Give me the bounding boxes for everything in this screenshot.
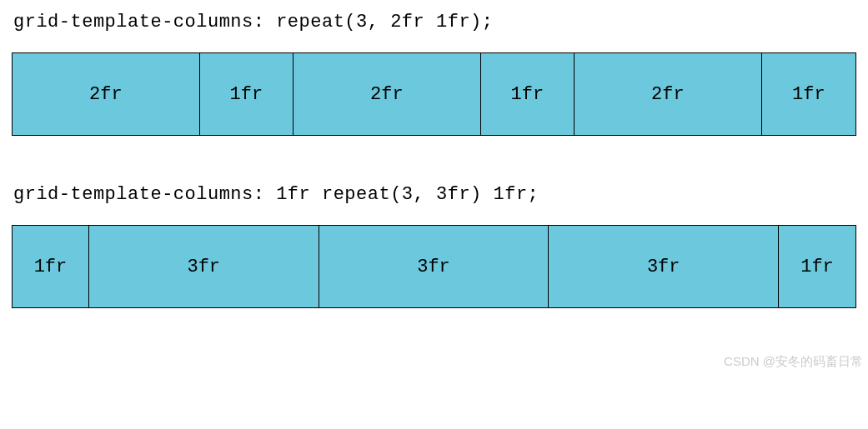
grid-cell: 3fr — [549, 226, 779, 307]
grid-cell: 1fr — [200, 53, 294, 135]
watermark-text: CSDN @安冬的码畜日常 — [724, 354, 863, 370]
grid-cell: 1fr — [779, 226, 855, 307]
grid-diagram-1: 2fr 1fr 2fr 1fr 2fr 1fr — [12, 52, 856, 136]
grid-cell: 3fr — [319, 226, 549, 307]
css-code-example-1: grid-template-columns: repeat(3, 2fr 1fr… — [13, 12, 856, 32]
grid-cell: 1fr — [762, 53, 855, 135]
grid-cell: 2fr — [294, 53, 481, 135]
grid-cell: 1fr — [481, 53, 574, 135]
grid-cell: 2fr — [13, 53, 200, 135]
grid-cell: 2fr — [574, 53, 762, 135]
grid-diagram-2: 1fr 3fr 3fr 3fr 1fr — [12, 225, 856, 308]
css-code-example-2: grid-template-columns: 1fr repeat(3, 3fr… — [13, 184, 856, 205]
grid-cell: 1fr — [13, 226, 89, 307]
grid-cell: 3fr — [89, 226, 319, 307]
